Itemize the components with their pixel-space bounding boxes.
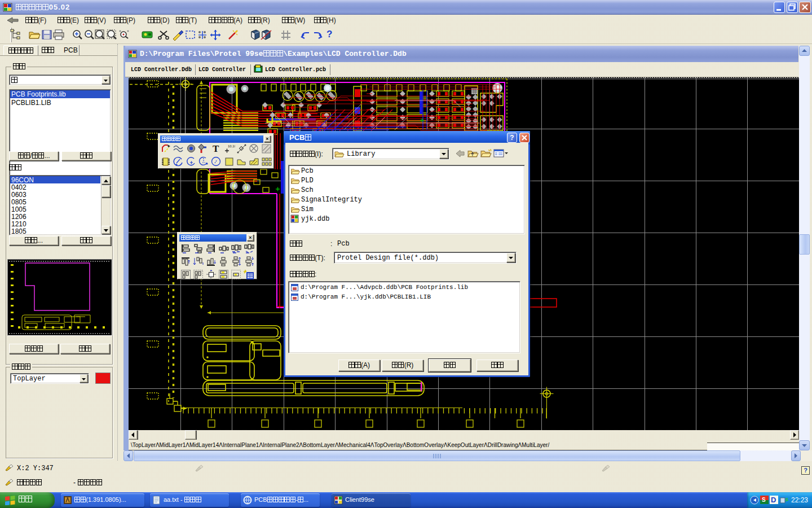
svg-text:S: S <box>762 497 766 503</box>
svg-text:10,10: 10,10 <box>228 144 235 148</box>
svg-text:T: T <box>213 143 219 154</box>
svg-text:D: D <box>771 496 776 504</box>
